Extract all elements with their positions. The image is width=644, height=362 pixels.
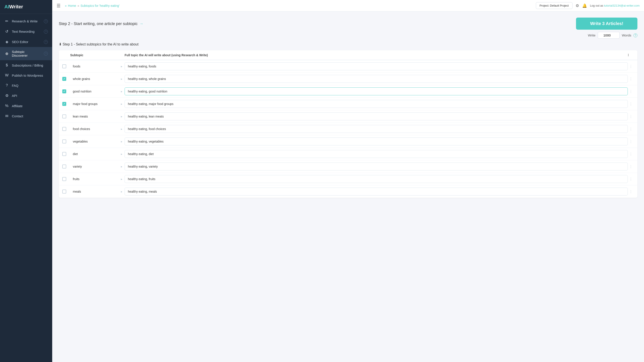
row-subtopic-1: whole grains [70, 77, 118, 81]
row-checkbox-3[interactable] [62, 102, 66, 106]
row-expander-0[interactable]: ▸ [118, 65, 124, 68]
row-full-input-7[interactable] [124, 150, 628, 158]
sidebar-item-subscriptions[interactable]: $ Subscriptions / Billing [0, 60, 52, 70]
sidebar-item-research[interactable]: ✏ Research & Write ? [0, 16, 52, 26]
row-check-col-10 [62, 190, 70, 194]
row-expander-10[interactable]: ▸ [118, 190, 124, 193]
step1-label: ⬇ Step 1 - Select subtopics for the AI t… [59, 42, 638, 46]
row-full-input-5[interactable] [124, 125, 628, 133]
sidebar: AIWriter ✏ Research & Write ? ↺ Text Rew… [0, 0, 52, 362]
row-checkbox-1[interactable] [62, 77, 66, 81]
subtopic-icon: ⊕ [4, 51, 9, 56]
help-icon-seo[interactable]: ? [44, 40, 48, 44]
sidebar-item-seo[interactable]: ◈ SEO Editor ? [0, 37, 52, 47]
sidebar-item-subtopic[interactable]: ⊕ Subtopic Discoverer ? [0, 47, 52, 60]
sidebar-item-faq[interactable]: ? FAQ [0, 80, 52, 91]
sidebar-item-wordpress[interactable]: W Publish to Wordpress [0, 70, 52, 80]
row-full-input-0[interactable] [124, 62, 628, 70]
row-subtopic-6: vegetables [70, 140, 118, 143]
row-expander-7[interactable]: ▸ [118, 152, 124, 156]
row-expander-4[interactable]: ▸ [118, 115, 124, 118]
row-full-input-2[interactable] [124, 87, 628, 95]
table-row: whole grains ▸ ⋮ [59, 73, 638, 85]
write-articles-button[interactable]: Write 3 Articles! [576, 18, 638, 30]
write-label: Write [588, 33, 596, 37]
project-button[interactable]: Project: Default Project [536, 2, 572, 9]
row-subtopic-3: major food groups [70, 102, 118, 106]
words-input[interactable] [598, 32, 620, 39]
breadcrumb-current: Subtopics for 'healthy eating' [80, 4, 120, 8]
sidebar-item-rewording[interactable]: ↺ Text Rewording ? [0, 26, 52, 37]
row-full-input-4[interactable] [124, 112, 628, 120]
row-full-input-9[interactable] [124, 175, 628, 183]
research-icon: ✏ [4, 19, 9, 24]
row-drag-3[interactable]: ⋮ [628, 102, 634, 106]
sidebar-item-api[interactable]: ⚙ API [0, 91, 52, 101]
hamburger-icon[interactable]: ☰ [56, 3, 60, 8]
help-icon-rewording[interactable]: ? [44, 30, 48, 34]
row-drag-7[interactable]: ⋮ [628, 152, 634, 156]
table-row: diet ▸ ⋮ [59, 148, 638, 160]
sidebar-label-faq: FAQ [12, 84, 18, 87]
logo-ai: AI [4, 4, 9, 10]
row-full-input-8[interactable] [124, 162, 628, 170]
words-help-icon[interactable]: ? [634, 33, 638, 37]
table-row: vegetables ▸ ⋮ [59, 135, 638, 148]
help-icon-subtopic[interactable]: ? [44, 52, 48, 56]
row-expander-1[interactable]: ▸ [118, 77, 124, 81]
sidebar-label-subtopic: Subtopic Discoverer [12, 50, 41, 57]
row-checkbox-5[interactable] [62, 127, 66, 131]
row-checkbox-9[interactable] [62, 177, 66, 181]
row-checkbox-8[interactable] [62, 164, 66, 168]
table-row: food choices ▸ ⋮ [59, 123, 638, 135]
row-drag-1[interactable]: ⋮ [628, 77, 634, 81]
row-checkbox-10[interactable] [62, 190, 66, 194]
row-subtopic-8: variety [70, 165, 118, 168]
main: ☰ » Home » Subtopics for 'healthy eating… [52, 0, 644, 362]
header-full: Full topic the AI will write about (usin… [124, 53, 628, 57]
sidebar-item-contact[interactable]: ✉ Contact [0, 111, 52, 121]
row-check-col-5 [62, 127, 70, 131]
step2-text: Step 2 - Start writing, one article per … [59, 22, 138, 26]
row-full-input-10[interactable] [124, 188, 628, 196]
sidebar-label-contact: Contact [12, 114, 23, 118]
row-expander-8[interactable]: ▸ [118, 165, 124, 168]
row-full-input-3[interactable] [124, 100, 628, 108]
help-icon-research[interactable]: ? [44, 19, 48, 23]
rewording-icon: ↺ [4, 29, 9, 34]
row-checkbox-2[interactable] [62, 89, 66, 93]
row-checkbox-4[interactable] [62, 114, 66, 118]
row-check-col-4 [62, 114, 70, 118]
breadcrumb: » Home » Subtopics for 'healthy eating' [65, 4, 120, 8]
row-full-input-6[interactable] [124, 137, 628, 145]
row-drag-9[interactable]: ⋮ [628, 177, 634, 181]
bell-icon[interactable]: 🔔 [582, 3, 587, 8]
row-expander-3[interactable]: ▸ [118, 102, 124, 106]
breadcrumb-home[interactable]: Home [68, 4, 76, 8]
header-subtopic: Subtopic [70, 53, 118, 57]
row-subtopic-7: diet [70, 152, 118, 156]
row-expander-6[interactable]: ▸ [118, 140, 124, 143]
row-expander-5[interactable]: ▸ [118, 127, 124, 131]
sidebar-item-affiliate[interactable]: % Affiliate [0, 101, 52, 111]
row-checkbox-0[interactable] [62, 64, 66, 68]
row-drag-0[interactable]: ⋮ [628, 64, 634, 69]
row-full-input-1[interactable] [124, 75, 628, 83]
row-subtopic-2: good nutrition [70, 90, 118, 93]
row-drag-6[interactable]: ⋮ [628, 139, 634, 144]
write-area: Write 3 Articles! Write Words ? [576, 18, 638, 39]
row-checkbox-7[interactable] [62, 152, 66, 156]
row-checkbox-6[interactable] [62, 139, 66, 143]
row-drag-2[interactable]: ⋮ [628, 89, 634, 94]
row-drag-8[interactable]: ⋮ [628, 164, 634, 169]
row-expander-2[interactable]: ▸ [118, 90, 124, 93]
subscriptions-icon: $ [4, 63, 9, 67]
row-drag-10[interactable]: ⋮ [628, 190, 634, 194]
table-row: foods ▸ ⋮ [59, 60, 638, 73]
settings-icon[interactable]: ⚙ [576, 3, 579, 8]
table-row: major food groups ▸ ⋮ [59, 98, 638, 110]
row-drag-4[interactable]: ⋮ [628, 114, 634, 119]
row-expander-9[interactable]: ▸ [118, 177, 124, 181]
row-drag-5[interactable]: ⋮ [628, 127, 634, 131]
user-email[interactable]: tutorial32134@ai-writer.com [604, 4, 640, 7]
